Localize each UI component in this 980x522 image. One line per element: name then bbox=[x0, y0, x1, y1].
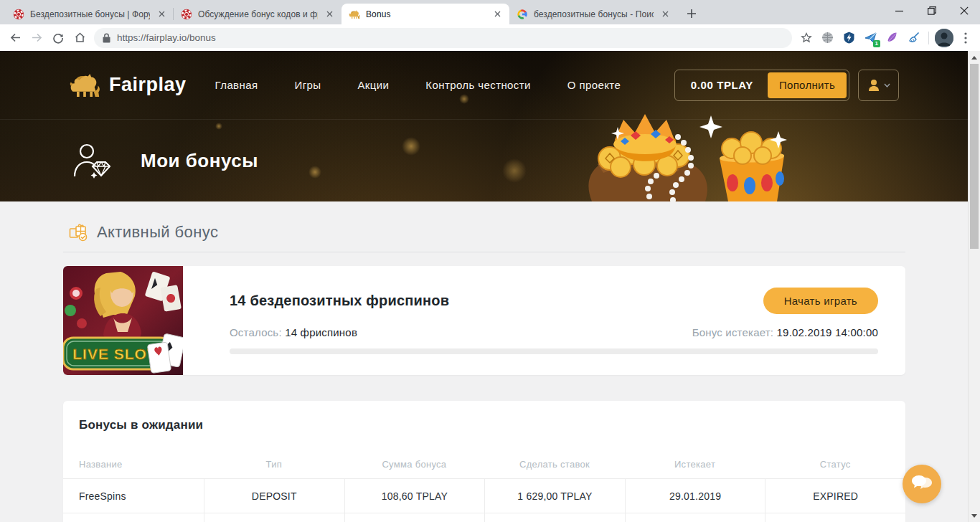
header-right: 0.00 TPLAY Пополнить bbox=[674, 70, 899, 101]
avatar bbox=[935, 29, 953, 47]
active-bonus-card: LIVE SLOT 14 бездепозитных фриспинов Нач… bbox=[63, 266, 905, 375]
expires-label: Бонус истекает: bbox=[692, 326, 774, 338]
page-title: Мои бонусы bbox=[141, 150, 258, 172]
remaining-info: Осталось: 14 фриспинов bbox=[230, 326, 357, 338]
bookmark-star-button[interactable] bbox=[796, 28, 816, 48]
home-icon bbox=[74, 32, 86, 44]
bonus-progress-bar bbox=[230, 348, 878, 354]
tab-close-icon[interactable] bbox=[659, 8, 672, 20]
table-row-partial bbox=[63, 513, 905, 522]
back-button[interactable] bbox=[5, 28, 25, 48]
page-viewport: Fairplay Главная Игры Акции Контроль чес… bbox=[0, 51, 980, 522]
column-header-type: Тип bbox=[204, 459, 344, 470]
main-nav: Главная Игры Акции Контроль честности О … bbox=[215, 79, 621, 91]
table-row: FreeSpins DEPOSIT 108,60 TPLAY 1 629,00 … bbox=[63, 478, 905, 513]
extension-feather-button[interactable] bbox=[882, 28, 902, 47]
window-controls bbox=[883, 0, 980, 22]
extension-broom-button[interactable] bbox=[904, 28, 923, 47]
lock-icon bbox=[103, 33, 110, 43]
nav-item-home[interactable]: Главная bbox=[215, 79, 258, 91]
restore-button[interactable] bbox=[915, 0, 948, 22]
fairplay-lion-icon bbox=[69, 72, 100, 98]
new-tab-button[interactable] bbox=[682, 4, 702, 24]
scroll-down-arrow[interactable] bbox=[969, 510, 980, 521]
pending-bonuses-title: Бонусы в ожидании bbox=[63, 418, 905, 432]
balance-amount: 0.00 TPLAY bbox=[691, 79, 753, 91]
back-icon bbox=[9, 32, 22, 44]
nav-item-games[interactable]: Игры bbox=[294, 79, 321, 91]
start-playing-button[interactable]: Начать играть bbox=[763, 288, 878, 314]
minimize-button[interactable] bbox=[883, 0, 915, 22]
tab-bonus-active[interactable]: Bonus bbox=[341, 4, 509, 24]
restore-icon bbox=[928, 6, 936, 15]
fairplay-page: Fairplay Главная Игры Акции Контроль чес… bbox=[0, 51, 968, 522]
reload-button[interactable] bbox=[48, 28, 68, 48]
topup-button[interactable]: Пополнить bbox=[768, 72, 847, 98]
forward-icon bbox=[31, 32, 43, 44]
nav-item-promos[interactable]: Акции bbox=[357, 79, 389, 91]
hero-section: Мои бонусы bbox=[0, 120, 968, 201]
live-chat-button[interactable] bbox=[903, 465, 941, 503]
site-header-hero: Fairplay Главная Игры Акции Контроль чес… bbox=[0, 51, 968, 201]
cell-type: DEPOSIT bbox=[204, 479, 344, 513]
tab-google-search[interactable]: бездепозитные бонусы - Поиск bbox=[509, 4, 677, 24]
live-slot-game-image[interactable]: LIVE SLOT bbox=[63, 266, 183, 375]
tab-close-icon[interactable] bbox=[156, 8, 168, 20]
tab-title: Bonus bbox=[366, 9, 486, 19]
extension-proxy-button[interactable]: 1 bbox=[861, 28, 880, 47]
cell-expires: 29.01.2019 bbox=[625, 479, 765, 513]
pending-bonuses-card: Бонусы в ожидании Название Тип Сумма бон… bbox=[63, 401, 905, 522]
fairplay-lion-icon bbox=[349, 9, 360, 20]
page-scrollbar[interactable] bbox=[968, 51, 980, 522]
nav-item-about[interactable]: О проекте bbox=[567, 79, 621, 91]
close-button[interactable] bbox=[948, 0, 980, 22]
column-header-name: Название bbox=[63, 459, 204, 470]
forward-button[interactable] bbox=[27, 28, 47, 48]
browser-window: Бездепозитные бонусы | Форум Обсуждение … bbox=[0, 0, 980, 522]
extensions-area: 1 bbox=[818, 28, 975, 47]
bonus-title: 14 бездепозитных фриспинов bbox=[230, 293, 449, 309]
tab-close-icon[interactable] bbox=[324, 8, 336, 20]
toolbar-separator bbox=[928, 32, 929, 44]
scroll-up-arrow[interactable] bbox=[969, 52, 980, 63]
column-header-expires: Истекает bbox=[625, 459, 765, 470]
nav-item-fairness[interactable]: Контроль честности bbox=[425, 79, 530, 91]
extension-bolt-button[interactable] bbox=[839, 28, 859, 47]
site-header: Fairplay Главная Игры Акции Контроль чес… bbox=[0, 51, 968, 120]
scrollbar-thumb[interactable] bbox=[970, 64, 979, 249]
balance-pill: 0.00 TPLAY Пополнить bbox=[674, 70, 849, 101]
home-button[interactable] bbox=[70, 28, 90, 48]
remaining-value: 14 фриспинов bbox=[285, 326, 357, 338]
feather-icon bbox=[886, 32, 898, 44]
extension-badge: 1 bbox=[873, 40, 880, 47]
tab-forum-1[interactable]: Бездепозитные бонусы | Форум bbox=[6, 4, 174, 24]
tab-title: бездепозитные бонусы - Поиск bbox=[534, 9, 654, 19]
column-header-amount: Сумма бонуса bbox=[344, 459, 485, 470]
table-header-row: Название Тип Сумма бонуса Сделать ставок… bbox=[63, 450, 905, 478]
extension-globe-button[interactable] bbox=[818, 28, 837, 47]
person-diamond-icon bbox=[72, 143, 110, 179]
casino-chip-icon bbox=[181, 9, 192, 20]
tab-close-icon[interactable] bbox=[491, 8, 504, 20]
cell-name: FreeSpins bbox=[63, 479, 204, 513]
chevron-down-icon bbox=[884, 83, 890, 87]
star-icon bbox=[801, 32, 812, 44]
profile-avatar-button[interactable] bbox=[934, 28, 953, 47]
address-bar[interactable]: https://fairplay.io/bonus bbox=[94, 28, 792, 48]
column-header-wager: Сделать ставок bbox=[484, 459, 625, 470]
site-logo[interactable]: Fairplay bbox=[69, 72, 187, 98]
chrome-menu-button[interactable] bbox=[956, 28, 975, 47]
gift-icon bbox=[69, 223, 88, 242]
cell-amount: 108,60 TPLAY bbox=[344, 479, 485, 513]
tab-strip: Бездепозитные бонусы | Форум Обсуждение … bbox=[0, 0, 980, 24]
active-bonus-section-head: Активный бонус bbox=[69, 223, 218, 242]
casino-chip-icon bbox=[13, 9, 24, 20]
tab-forum-2[interactable]: Обсуждение бонус кодов и фри bbox=[174, 4, 341, 24]
game-banner-text: LIVE SLOT bbox=[72, 346, 157, 362]
section-divider bbox=[63, 252, 905, 252]
tab-title: Обсуждение бонус кодов и фри bbox=[198, 9, 318, 19]
brand-name: Fairplay bbox=[109, 74, 187, 96]
user-menu-button[interactable] bbox=[858, 70, 899, 101]
tab-title: Бездепозитные бонусы | Форум bbox=[30, 9, 150, 19]
column-header-status: Статус bbox=[765, 459, 905, 470]
